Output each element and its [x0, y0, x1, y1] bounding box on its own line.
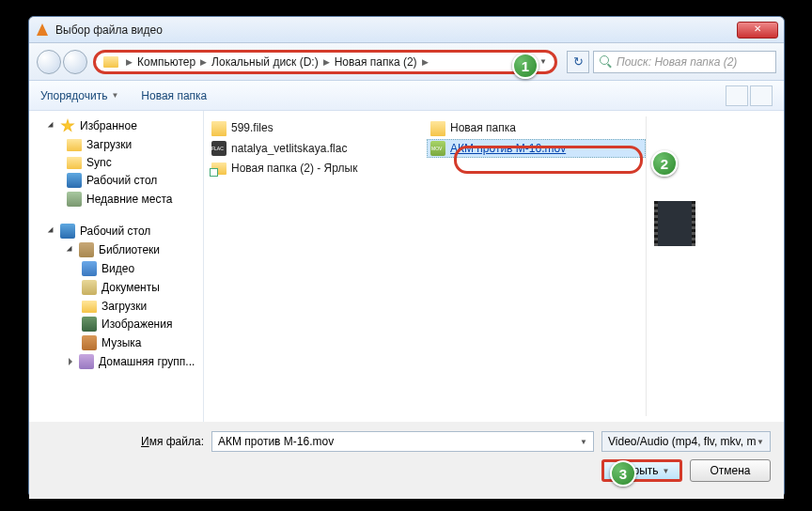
filetype-value: Video/Audio (mp4, flv, mkv, m [608, 435, 756, 448]
view-mode-button[interactable] [726, 85, 748, 106]
chevron-down-icon: ▼ [111, 91, 118, 100]
file-list[interactable]: 599.files natalya_vetlitskaya.flac Новая… [204, 111, 784, 422]
places-icon [67, 192, 82, 207]
sidebar: Избранное Загрузки Sync Рабочий стол Нед… [29, 111, 204, 422]
file-dialog: Выбор файла видео ✕ ▶ Компьютер ▶ Локаль… [28, 16, 785, 498]
view-buttons [726, 85, 773, 106]
folder-icon [211, 121, 226, 136]
disclosure-icon [48, 227, 56, 236]
sidebar-label: Видео [102, 262, 134, 275]
chevron-right-icon: ▶ [323, 57, 330, 67]
file-name: АКМ против М-16.mov [450, 142, 566, 155]
disclosure-icon [67, 358, 75, 366]
sidebar-label: Sync [86, 156, 112, 169]
sidebar-item-documents[interactable]: Документы [33, 278, 199, 297]
crumb-computer[interactable]: Компьютер [137, 55, 195, 69]
vlc-icon [35, 23, 50, 38]
folder-icon [430, 121, 445, 136]
chevron-down-icon[interactable]: ▼ [539, 57, 547, 66]
nav-bar: ▶ Компьютер ▶ Локальный диск (D:) ▶ Нова… [29, 43, 784, 81]
window-title: Выбор файла видео [55, 23, 163, 37]
refresh-button[interactable]: ↻ [567, 51, 589, 73]
sidebar-label: Рабочий стол [80, 225, 150, 238]
file-item-selected[interactable]: АКМ против М-16.mov [427, 139, 646, 158]
sidebar-item-downloads[interactable]: Загрузки [33, 135, 199, 153]
sidebar-label: Избранное [80, 119, 137, 132]
sidebar-desktop[interactable]: Рабочий стол [33, 222, 199, 240]
sidebar-label: Недавние места [86, 193, 172, 206]
chevron-down-icon: ▼ [757, 438, 764, 446]
footer: Имя файла: АКМ против М-16.mov ▼ Video/A… [29, 422, 784, 499]
file-item[interactable]: 599.files [208, 117, 427, 138]
image-icon [82, 317, 97, 332]
back-button[interactable] [37, 50, 61, 74]
chevron-right-icon: ▶ [200, 57, 207, 67]
sidebar-libraries[interactable]: Библиотеки [33, 240, 199, 259]
file-name: Новая папка [450, 121, 516, 134]
star-icon [60, 118, 75, 133]
file-name: Новая папка (2) - Ярлык [231, 162, 357, 175]
disclosure-icon [67, 246, 75, 255]
folder-icon [82, 301, 97, 313]
sidebar-label: Музыка [102, 336, 141, 349]
disclosure-icon [48, 122, 56, 131]
folder-icon [67, 157, 82, 169]
annotation-badge-3: 3 [610, 460, 636, 487]
search-input[interactable]: Поиск: Новая папка (2) [593, 51, 776, 73]
file-item[interactable]: natalya_vetlitskaya.flac [208, 139, 427, 158]
shortcut-icon [211, 163, 226, 175]
annotation-badge-2: 2 [651, 150, 678, 177]
folder-icon [67, 139, 82, 151]
sidebar-item-desktop[interactable]: Рабочий стол [33, 171, 199, 190]
chevron-right-icon: ▶ [126, 57, 133, 67]
sidebar-item-sync[interactable]: Sync [33, 153, 199, 171]
chevron-down-icon[interactable]: ▼ [580, 438, 587, 446]
organize-menu[interactable]: Упорядочить ▼ [40, 89, 118, 102]
document-icon [82, 280, 97, 295]
cancel-button[interactable]: Отмена [690, 459, 771, 482]
help-button[interactable] [750, 85, 773, 106]
sidebar-item-images[interactable]: Изображения [33, 315, 199, 333]
forward-button[interactable] [63, 50, 87, 74]
split-arrow-icon: ▼ [663, 467, 670, 475]
sidebar-item-video[interactable]: Видео [33, 259, 199, 278]
sidebar-label: Домашняя групп... [99, 355, 195, 368]
sidebar-item-downloads2[interactable]: Загрузки [33, 297, 199, 315]
organize-label: Упорядочить [40, 89, 107, 102]
flac-icon [211, 141, 226, 156]
newfolder-label: Новая папка [141, 89, 207, 102]
sidebar-item-recent[interactable]: Недавние места [33, 190, 199, 209]
sidebar-item-music[interactable]: Музыка [33, 333, 199, 352]
sidebar-label: Загрузки [102, 300, 147, 313]
chevron-right-icon: ▶ [422, 57, 429, 67]
video-icon [82, 261, 97, 276]
search-placeholder: Поиск: Новая папка (2) [617, 55, 737, 69]
desktop-icon [67, 173, 82, 188]
crumb-drive[interactable]: Локальный диск (D:) [211, 55, 319, 69]
file-name: natalya_vetlitskaya.flac [231, 142, 347, 155]
sidebar-homegroup[interactable]: Домашняя групп... [33, 352, 199, 371]
sidebar-label: Рабочий стол [86, 174, 157, 187]
command-bar: Упорядочить ▼ Новая папка [29, 81, 784, 111]
sidebar-label: Документы [102, 281, 160, 294]
homegroup-icon [79, 354, 94, 369]
filename-label: Имя файла: [42, 435, 211, 448]
file-item[interactable]: Новая папка [427, 117, 646, 138]
folder-icon [103, 56, 118, 68]
desktop-icon [60, 224, 75, 239]
annotation-badge-1: 1 [512, 53, 539, 79]
file-item[interactable]: Новая папка (2) - Ярлык [208, 159, 427, 177]
file-name: 599.files [231, 121, 273, 134]
address-bar[interactable]: ▶ Компьютер ▶ Локальный диск (D:) ▶ Нова… [93, 50, 557, 74]
crumb-folder[interactable]: Новая папка (2) [335, 55, 417, 69]
filetype-select[interactable]: Video/Audio (mp4, flv, mkv, m ▼ [601, 431, 771, 452]
video-thumbnail [654, 201, 695, 246]
close-button[interactable]: ✕ [737, 22, 778, 39]
new-folder-button[interactable]: Новая папка [141, 89, 207, 102]
filename-input[interactable]: АКМ против М-16.mov ▼ [211, 431, 594, 452]
mov-icon [430, 141, 445, 156]
sidebar-label: Библиотеки [99, 243, 160, 256]
music-icon [82, 335, 97, 350]
sidebar-favorites[interactable]: Избранное [33, 116, 199, 135]
sidebar-label: Загрузки [86, 138, 132, 151]
